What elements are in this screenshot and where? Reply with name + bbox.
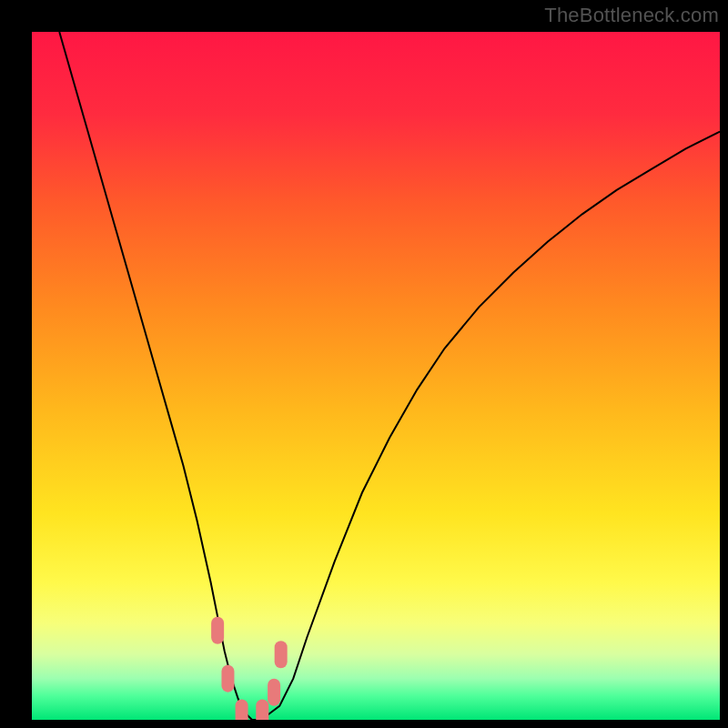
marker-point bbox=[275, 641, 288, 668]
bottleneck-markers bbox=[211, 617, 288, 720]
watermark-text: TheBottleneck.com bbox=[544, 4, 719, 27]
marker-point bbox=[256, 699, 268, 720]
plot-area bbox=[32, 32, 720, 720]
curve-layer bbox=[32, 32, 720, 720]
bottleneck-curve bbox=[59, 32, 720, 720]
marker-point bbox=[236, 699, 248, 720]
marker-point bbox=[268, 679, 280, 706]
marker-point bbox=[221, 665, 234, 693]
chart-frame: TheBottleneck.com bbox=[0, 0, 728, 728]
marker-point bbox=[211, 617, 224, 644]
